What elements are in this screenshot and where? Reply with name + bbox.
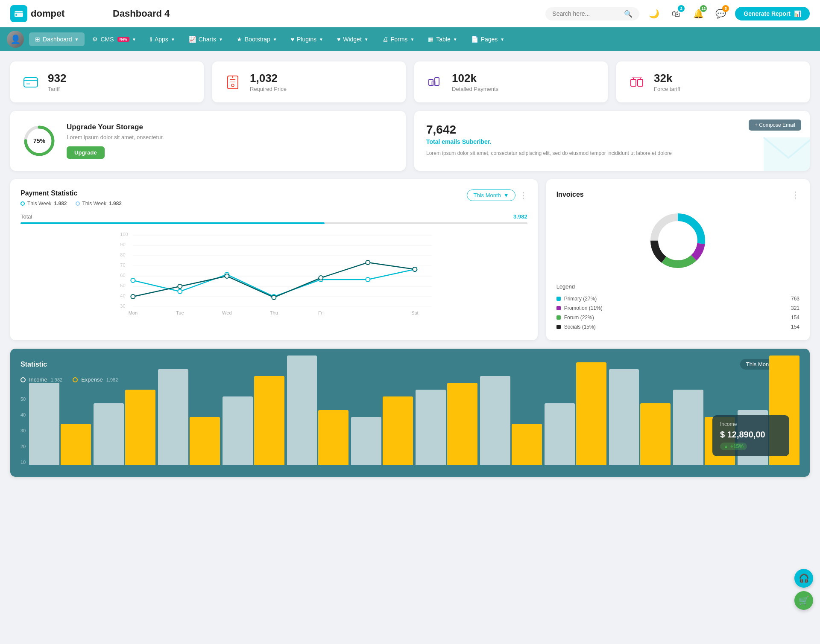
chevron-down-icon-filter: ▼ <box>504 192 509 198</box>
white-bar <box>480 376 510 465</box>
compose-email-button[interactable]: + Compose Email <box>749 119 801 131</box>
logo-icon <box>10 5 27 22</box>
bar-chart-container <box>29 396 800 465</box>
nav-item-charts[interactable]: 📈 Charts ▼ <box>183 32 229 46</box>
cms-icon: ⚙ <box>92 36 98 43</box>
income-panel-title: Income <box>720 421 782 427</box>
nav-item-apps[interactable]: ℹ Apps ▼ <box>144 32 181 46</box>
bar-group <box>416 383 477 465</box>
svg-rect-14 <box>638 79 643 86</box>
search-input[interactable] <box>552 10 621 17</box>
email-card: + Compose Email 7,642 Total emails Subcr… <box>414 111 810 171</box>
legend-dot-2 <box>76 201 80 206</box>
required-price-value: 1,032 <box>250 72 287 85</box>
search-box[interactable]: 🔍 <box>545 7 639 20</box>
this-month-filter-button[interactable]: This Month ▼ <box>467 189 515 201</box>
legend-promotion: Promotion (11%) 321 <box>556 305 800 311</box>
bootstrap-icon: ★ <box>237 36 242 43</box>
invoices-more-button[interactable]: ⋮ <box>791 189 800 200</box>
svg-point-50 <box>413 267 417 271</box>
invoices-header: Invoices ⋮ <box>556 189 800 200</box>
svg-text:90: 90 <box>120 242 125 247</box>
email-description: Lorem ipsum dolor sit amet, consectetur … <box>426 149 798 157</box>
nav-item-widget[interactable]: ♥ Widget ▼ <box>331 32 375 46</box>
chat-badge: 5 <box>722 5 729 12</box>
payment-header: Payment Statistic This Week 1.982 This W… <box>20 189 527 207</box>
stat-cards-row: 932 Tariff 1,032 Required Price 102k Det… <box>10 61 810 102</box>
svg-point-1 <box>15 14 17 16</box>
payment-more-button[interactable]: ⋮ <box>519 190 527 201</box>
svg-text:100: 100 <box>120 232 128 237</box>
chevron-down-icon: ▼ <box>75 37 79 42</box>
stat-card-required-price: 1,032 Required Price <box>212 61 406 102</box>
forum-value: 154 <box>791 315 800 321</box>
total-label: Total <box>20 213 32 220</box>
svg-point-46 <box>225 274 229 278</box>
invoices-title: Invoices <box>556 191 584 198</box>
nav-item-pages[interactable]: 📄 Pages ▼ <box>465 32 511 46</box>
svg-point-62 <box>659 222 697 259</box>
user-avatar[interactable]: 👤 <box>7 31 24 48</box>
nav-bar: 👤 ⊞ Dashboard ▼ ⚙ CMS New ▼ ℹ Apps ▼ 📈 C… <box>0 27 820 51</box>
svg-point-48 <box>319 276 323 280</box>
force-tariff-info: 32k Force tariff <box>654 72 680 92</box>
nav-item-bootstrap[interactable]: ★ Bootstrap ▼ <box>231 32 283 46</box>
svg-rect-2 <box>24 78 38 87</box>
socials-color-dot <box>556 325 561 329</box>
stat-card-tariff: 932 Tariff <box>10 61 204 102</box>
chat-icon[interactable]: 💬 5 <box>713 6 728 21</box>
chart-icon: 📊 <box>794 10 801 17</box>
nav-label-apps: Apps <box>155 36 168 43</box>
invoices-card: Invoices ⋮ <box>546 179 810 340</box>
nav-label-widget: Widget <box>343 36 362 43</box>
legend-socials: Socials (15%) 154 <box>556 324 800 330</box>
nav-label-plugins: Plugins <box>297 36 316 43</box>
primary-label: Primary (27%) <box>564 296 597 302</box>
income-badge: ▲ +15% <box>720 443 747 450</box>
nav-item-forms[interactable]: 🖨 Forms ▼ <box>376 32 421 46</box>
bell-badge: 12 <box>700 5 707 12</box>
y-label-50: 50 <box>20 396 26 402</box>
cart-icon: 🛒 <box>799 595 809 606</box>
statistic-card: Statistic This Month ▼ ⋮ Income 1.982 Ex… <box>10 349 810 477</box>
bell-icon[interactable]: 🔔 12 <box>691 6 706 21</box>
nav-item-table[interactable]: ▦ Table ▼ <box>422 32 463 46</box>
total-value: 3.982 <box>513 213 527 220</box>
email-subtitle: Total emails Subcriber. <box>426 138 798 145</box>
yellow-bar <box>512 424 542 465</box>
shop-icon[interactable]: 🛍 2 <box>668 6 684 21</box>
generate-report-label: Generate Report <box>744 10 791 17</box>
income-panel: Income $ 12,890,00 ▲ +15% <box>712 415 789 456</box>
svg-text:30: 30 <box>120 303 125 309</box>
support-fab-button[interactable]: 🎧 <box>794 569 813 588</box>
search-icon: 🔍 <box>624 10 633 18</box>
upgrade-button[interactable]: Upgrade <box>67 146 105 159</box>
legend-forum: Forum (22%) 154 <box>556 315 800 321</box>
chevron-down-icon-widget: ▼ <box>364 37 369 42</box>
svg-point-42 <box>366 277 370 282</box>
dashboard-icon: ⊞ <box>35 36 40 43</box>
nav-item-cms[interactable]: ⚙ CMS New ▼ <box>86 32 142 46</box>
generate-report-button[interactable]: Generate Report 📊 <box>735 7 810 20</box>
chevron-down-icon-forms: ▼ <box>410 37 414 42</box>
expense-legend-dot <box>73 377 78 382</box>
svg-text:50: 50 <box>120 283 125 288</box>
income-legend-dot <box>20 377 26 382</box>
detailed-payments-icon <box>425 72 445 92</box>
nav-item-plugins[interactable]: ♥ Plugins ▼ <box>285 32 329 46</box>
income-legend-item: Income 1.982 <box>20 376 62 383</box>
chevron-down-icon-apps: ▼ <box>171 37 175 42</box>
svg-rect-4 <box>26 83 30 85</box>
filter-label: This Month <box>473 192 501 198</box>
payment-filter: This Month ▼ ⋮ <box>467 189 527 201</box>
storage-card: 75% Upgrade Your Storage Lorem ipsum dol… <box>10 111 406 171</box>
stat-card-force-tariff: 32k Force tariff <box>616 61 810 102</box>
bar-group <box>480 376 542 465</box>
pages-icon: 📄 <box>471 36 478 43</box>
cart-fab-button[interactable]: 🛒 <box>794 591 813 610</box>
nav-item-dashboard[interactable]: ⊞ Dashboard ▼ <box>29 32 85 46</box>
moon-icon[interactable]: 🌙 <box>646 6 662 21</box>
white-bar <box>287 356 317 465</box>
socials-value: 154 <box>791 324 800 330</box>
arrow-up-icon: ▲ <box>723 443 729 449</box>
